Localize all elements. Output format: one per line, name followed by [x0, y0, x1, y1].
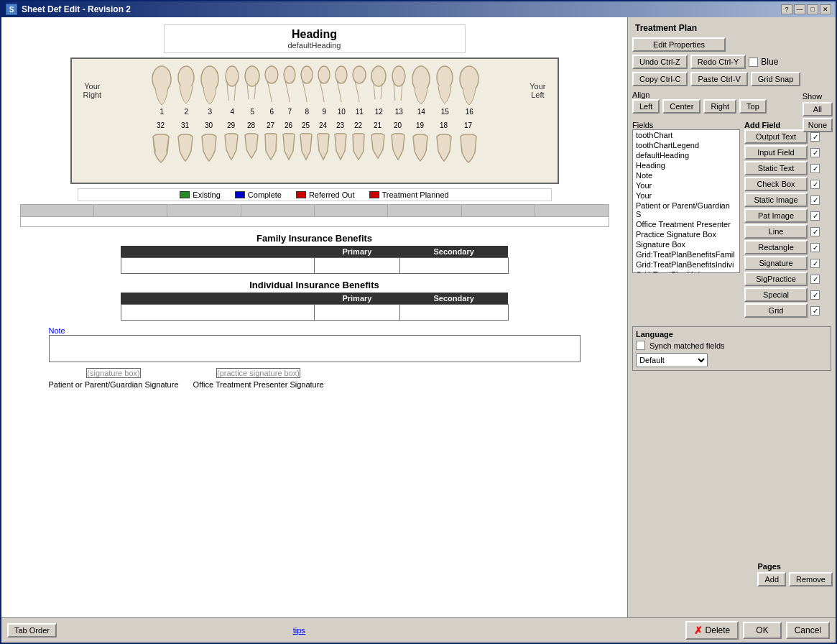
align-top-button[interactable]: Top: [739, 99, 767, 114]
help-button[interactable]: ?: [781, 4, 792, 14]
check-box-button[interactable]: Check Box: [744, 177, 808, 191]
field-item-practicesig[interactable]: Practice Signature Box: [633, 229, 739, 239]
show-label: Show: [803, 92, 833, 101]
rectangle-check[interactable]: [810, 243, 820, 252]
copy-button[interactable]: Copy Ctrl-C: [632, 72, 688, 86]
language-select[interactable]: Default: [636, 353, 708, 367]
line-button[interactable]: Line: [744, 224, 808, 239]
output-text-check[interactable]: [810, 132, 820, 142]
field-item-defaultheading[interactable]: defaultHeading: [633, 150, 739, 160]
fields-subsection: Fields toothChart toothChartLegend defau…: [632, 119, 740, 318]
synch-checkbox[interactable]: [636, 341, 645, 350]
fields-list[interactable]: toothChart toothChartLegend defaultHeadi…: [632, 129, 740, 273]
field-item-grid-main[interactable]: Grid:TreatPlanMain: [633, 270, 739, 273]
practice-sig-box: (practice signature box): [216, 368, 300, 378]
tooth-svg-11: [351, 65, 368, 104]
tips-text[interactable]: tips: [293, 626, 305, 635]
align-buttons: Left Center Right Top: [632, 99, 831, 114]
individual-insurance-section: Individual Insurance Benefits Primary Se…: [121, 280, 509, 321]
restore-button[interactable]: □: [807, 4, 818, 14]
static-text-button[interactable]: Static Text: [744, 161, 808, 175]
check-box-check[interactable]: [810, 180, 820, 189]
sig-box-label: (signature box): [87, 369, 139, 377]
pat-image-row: Pat Image: [744, 208, 820, 223]
static-text-row: Static Text: [744, 161, 820, 175]
svg-point-2: [201, 66, 218, 92]
cancel-button[interactable]: Cancel: [786, 622, 830, 639]
family-insurance-section: Family Insurance Benefits Primary Second…: [121, 233, 509, 274]
close-button[interactable]: ✕: [820, 4, 831, 14]
static-image-button[interactable]: Static Image: [744, 193, 808, 207]
ok-button[interactable]: OK: [743, 622, 781, 639]
sigpractice-check[interactable]: [810, 275, 820, 284]
delete-button[interactable]: ✗ Delete: [685, 621, 739, 640]
tooth-num-21: 21: [369, 121, 387, 129]
paste-button[interactable]: Paste Ctrl-V: [690, 72, 747, 86]
line-check[interactable]: [810, 227, 820, 236]
heading-section: Heading defaultHeading: [9, 24, 620, 53]
sigpractice-button[interactable]: SigPractice: [744, 272, 808, 286]
field-item-toothchart[interactable]: toothChart: [633, 130, 739, 140]
note-box[interactable]: [49, 335, 581, 362]
field-item-grid-family[interactable]: Grid:TreatPlanBenefitsFamil: [633, 249, 739, 259]
referred-color: [296, 191, 306, 198]
blue-checkbox[interactable]: [749, 58, 758, 67]
input-field-button[interactable]: Input Field: [744, 145, 808, 160]
grid-snap-button[interactable]: Grid Snap: [751, 72, 801, 86]
field-item-grid-indiv[interactable]: Grid:TreatPlanBenefitsIndivi: [633, 259, 739, 270]
pat-image-check[interactable]: [810, 211, 820, 221]
field-item-toothchartlegend[interactable]: toothChartLegend: [633, 140, 739, 150]
static-image-check[interactable]: [810, 196, 820, 205]
svg-point-1: [178, 66, 194, 89]
field-item-note[interactable]: Note: [633, 170, 739, 180]
remove-page-button[interactable]: Remove: [789, 572, 833, 586]
family-ins-table: Primary Secondary: [121, 246, 509, 274]
align-section: Align Left Center Right Top: [632, 89, 831, 114]
svg-point-12: [392, 66, 405, 86]
show-none-button[interactable]: None: [803, 118, 833, 132]
field-item-office[interactable]: Office Treatment Presenter: [633, 219, 739, 229]
field-item-heading[interactable]: Heading: [633, 160, 739, 170]
rectangle-button[interactable]: Rectangle: [744, 240, 808, 254]
signature-check[interactable]: [810, 259, 820, 268]
tooth-lower-23: [333, 131, 348, 170]
bottom-bar: Tab Order tips ✗ Delete OK Cancel: [1, 617, 836, 643]
signature-button[interactable]: Signature: [744, 256, 808, 270]
your-right-label: YourRight: [78, 82, 108, 99]
special-check[interactable]: [810, 290, 820, 300]
tooth-lower-32: [149, 131, 173, 174]
undo-redo-row: Undo Ctrl-Z Redo Ctrl-Y Blue: [632, 55, 831, 69]
field-item-sigbox[interactable]: Signature Box: [633, 239, 739, 249]
tooth-num-26: 26: [281, 121, 297, 129]
title-bar: S Sheet Def Edit - Revision 2 ? — □ ✕: [1, 1, 836, 17]
grid-button[interactable]: Grid: [744, 303, 808, 318]
add-page-button[interactable]: Add: [757, 572, 786, 586]
minimize-button[interactable]: —: [794, 4, 805, 14]
align-left-button[interactable]: Left: [632, 99, 660, 114]
special-row: Special: [744, 288, 820, 302]
special-button[interactable]: Special: [744, 288, 808, 302]
tooth-num-7: 7: [282, 108, 297, 116]
align-right-button[interactable]: Right: [703, 99, 736, 114]
field-item-your2[interactable]: Your: [633, 190, 739, 201]
static-text-check[interactable]: [810, 164, 820, 173]
output-text-button[interactable]: Output Text: [744, 129, 808, 144]
field-item-patient[interactable]: Patient or Parent/Guardian S: [633, 201, 739, 219]
svg-point-11: [371, 66, 386, 86]
main-canvas[interactable]: Heading defaultHeading YourRight: [1, 17, 627, 617]
redo-button[interactable]: Redo Ctrl-Y: [690, 55, 746, 69]
tooth-svg-10: [333, 65, 349, 104]
svg-point-13: [412, 66, 430, 92]
field-item-your1[interactable]: Your: [633, 180, 739, 190]
align-center-button[interactable]: Center: [662, 99, 700, 114]
edit-properties-button[interactable]: Edit Properties: [632, 37, 726, 52]
pat-image-button[interactable]: Pat Image: [744, 208, 808, 223]
undo-button[interactable]: Undo Ctrl-Z: [632, 55, 688, 69]
pages-label: Pages: [757, 562, 833, 571]
tab-order-button[interactable]: Tab Order: [7, 623, 57, 638]
grid-check[interactable]: [810, 306, 820, 316]
tooth-num-2: 2: [175, 108, 197, 116]
show-all-button[interactable]: All: [803, 102, 833, 116]
check-box-row: Check Box: [744, 177, 820, 191]
input-field-check[interactable]: [810, 148, 820, 157]
